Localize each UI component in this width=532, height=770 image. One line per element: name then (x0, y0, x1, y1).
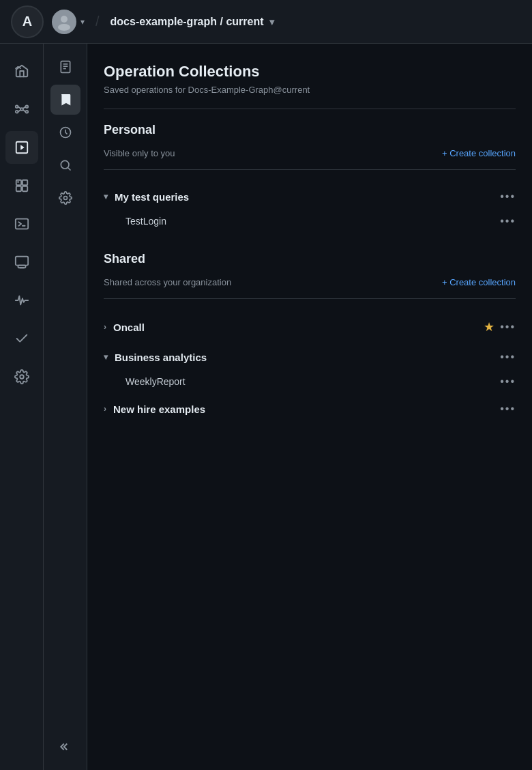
collection-right-my-test-queries: ••• (500, 190, 516, 203)
header-divider: / (95, 14, 100, 29)
query-row-weeklyreport[interactable]: WeeklyReport ••• (104, 370, 516, 393)
svg-point-30 (61, 160, 69, 169)
user-avatar[interactable]: ▾ (52, 10, 85, 34)
sidebar (0, 44, 44, 770)
shared-create-collection-button[interactable]: + Create collection (442, 277, 516, 287)
collection-oncall: › Oncall ★ ••• (104, 313, 516, 341)
collection-name-business-analytics: Business analytics (115, 352, 207, 363)
personal-description: Visible only to you (104, 148, 175, 158)
avatar-image (52, 10, 76, 34)
query-row-testlogin[interactable]: TestLogin ••• (104, 210, 516, 233)
sidebar-item-settings[interactable] (5, 360, 38, 393)
svg-point-24 (20, 375, 24, 379)
collection-menu-my-test-queries[interactable]: ••• (500, 190, 516, 203)
main-layout: Operation Collections Saved operations f… (0, 44, 532, 770)
collection-name-oncall: Oncall (113, 322, 145, 333)
chevron-right-icon: › (104, 322, 106, 332)
collection-row-oncall[interactable]: › Oncall ★ ••• (104, 313, 516, 341)
collection-right-oncall: ★ ••• (484, 319, 516, 334)
svg-line-8 (18, 106, 20, 109)
query-menu-testlogin[interactable]: ••• (500, 215, 516, 227)
star-icon: ★ (484, 319, 494, 334)
collection-menu-oncall[interactable]: ••• (500, 321, 516, 333)
svg-point-0 (61, 16, 68, 23)
panel-title: Operation Collections (104, 63, 516, 81)
personal-title: Personal (104, 123, 156, 137)
avatar-chevron-icon: ▾ (80, 17, 85, 27)
svg-line-9 (23, 106, 25, 109)
divider-personal (104, 169, 516, 170)
right-panel: Operation Collections Saved operations f… (44, 44, 532, 770)
tab-history[interactable] (50, 117, 80, 147)
tab-bookmark[interactable] (50, 85, 80, 115)
svg-rect-15 (22, 180, 27, 185)
sidebar-item-graph[interactable] (5, 93, 38, 126)
chevron-right-icon-nhe: › (104, 404, 106, 414)
collection-row-my-test-queries[interactable]: ▾ My test queries ••• (104, 184, 516, 210)
divider-top (104, 109, 516, 109)
collections-panel: Operation Collections Saved operations f… (87, 44, 532, 770)
collection-my-test-queries: ▾ My test queries ••• TestLogin ••• (104, 184, 516, 233)
query-name-weeklyreport: WeeklyReport (125, 376, 186, 387)
personal-section-meta: Personal (104, 123, 516, 137)
collection-new-hire-examples: › New hire examples ••• (104, 396, 516, 422)
svg-rect-17 (22, 186, 27, 191)
tab-search[interactable] (50, 150, 80, 180)
svg-line-11 (23, 110, 25, 112)
sidebar-item-stack[interactable] (5, 169, 38, 202)
app-logo[interactable]: A (11, 5, 44, 38)
collection-right-new-hire-examples: ••• (500, 403, 516, 415)
divider-shared (104, 298, 516, 299)
graph-name-label: docs-example-graph / current (110, 16, 264, 28)
svg-line-31 (68, 168, 70, 171)
personal-desc-row: Visible only to you + Create collection (104, 148, 516, 158)
personal-create-collection-button[interactable]: + Create collection (442, 148, 516, 158)
collection-left-oncall: › Oncall (104, 322, 145, 333)
collection-name-my-test-queries: My test queries (115, 191, 189, 203)
collection-menu-new-hire-examples[interactable]: ••• (500, 403, 516, 415)
shared-description: Shared across your organization (104, 277, 231, 287)
collection-row-new-hire-examples[interactable]: › New hire examples ••• (104, 396, 516, 422)
sidebar-item-play[interactable] (5, 131, 38, 164)
collection-left-my-test-queries: ▾ My test queries (104, 191, 189, 203)
tab-bar (44, 44, 87, 770)
tab-doc[interactable] (50, 52, 80, 82)
svg-rect-21 (15, 257, 27, 266)
graph-chevron-icon: ▾ (269, 16, 274, 27)
collection-menu-business-analytics[interactable]: ••• (500, 351, 516, 363)
header: A ▾ / docs-example-graph / current ▾ (0, 0, 532, 44)
collection-name-new-hire-examples: New hire examples (113, 403, 205, 415)
panel-collapse-button[interactable] (50, 732, 80, 762)
query-menu-weeklyreport[interactable]: ••• (500, 375, 516, 388)
collection-right-business-analytics: ••• (500, 351, 516, 363)
sidebar-item-house[interactable] (5, 55, 38, 87)
collection-left-business-analytics: ▾ Business analytics (104, 352, 207, 363)
query-name-testlogin: TestLogin (125, 216, 166, 227)
collection-left-new-hire-examples: › New hire examples (104, 403, 205, 415)
chevron-down-icon-ba: ▾ (104, 352, 108, 362)
svg-point-32 (63, 197, 67, 200)
shared-desc-row: Shared across your organization + Create… (104, 277, 516, 287)
svg-line-10 (18, 110, 20, 112)
shared-title: Shared (104, 252, 145, 266)
panel-subtitle: Saved operations for Docs-Example-Graph@… (104, 85, 516, 95)
sidebar-item-monitor[interactable] (5, 246, 38, 279)
sidebar-item-terminal[interactable] (5, 208, 38, 240)
svg-marker-13 (20, 145, 25, 149)
sidebar-item-check[interactable] (5, 322, 38, 355)
shared-section-meta: Shared (104, 252, 516, 266)
section-shared: Shared Shared across your organization +… (104, 252, 516, 422)
svg-point-1 (58, 24, 70, 31)
collection-row-business-analytics[interactable]: ▾ Business analytics ••• (104, 344, 516, 370)
section-personal: Personal Visible only to you + Create co… (104, 123, 516, 233)
collection-business-analytics: ▾ Business analytics ••• WeeklyReport ••… (104, 344, 516, 393)
tab-settings[interactable] (50, 183, 80, 213)
graph-selector[interactable]: docs-example-graph / current ▾ (110, 16, 274, 28)
chevron-down-icon: ▾ (104, 192, 108, 201)
svg-rect-16 (16, 186, 20, 191)
sidebar-item-pulse[interactable] (5, 284, 38, 317)
